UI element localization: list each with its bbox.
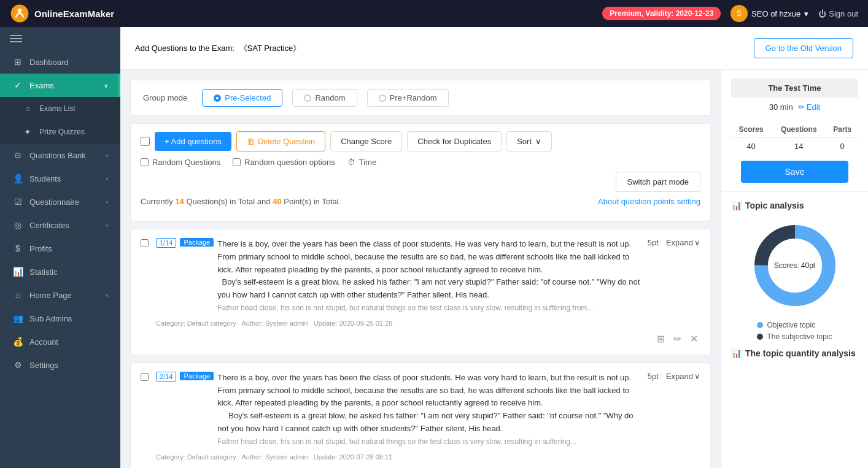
legend-item-subjective: The subjective topic [757,332,832,341]
topic-quantity-title: 📊 The topic quantity analysis [731,348,858,358]
expand-button[interactable]: Expand ∨ [666,372,700,381]
right-panel: The Test Time 30 min ✏ Edit Scores Quest… [721,70,868,468]
sign-out-button[interactable]: ⏻ Sign out [818,9,858,18]
toolbar-row2: Random Questions Random question options… [141,158,700,167]
grid-icon: ⊞ [12,57,23,67]
star-icon: ✦ [22,127,33,137]
sidebar-item-settings[interactable]: ⚙ Settings [0,353,120,377]
sidebar-toggle[interactable] [0,27,120,50]
chart-icon: 📊 [731,201,742,210]
bar-chart-icon: 📊 [731,348,742,358]
sidebar-item-profits[interactable]: $ Profits [0,237,120,260]
question-card: 2/14 Package There is a boy, over the ye… [130,363,711,468]
time-field[interactable]: ⏱ Time [347,158,376,167]
change-score-button[interactable]: Change Score [330,131,402,152]
q-checkbox[interactable] [141,372,149,468]
check-duplicates-button[interactable]: Check for Duplicates [407,131,502,152]
delete-question-button[interactable]: 🗑 Delete Question [236,131,325,152]
logo-text: OnlineExamMaker [34,9,114,19]
power-icon: ⏻ [818,9,826,18]
user-name: SEO of hzxue [751,9,800,18]
about-points-link[interactable]: About question points setting [598,197,700,206]
sidebar-item-questionnaire[interactable]: ☑ Questionnaire ‹ [0,190,120,213]
topic-quantity-section: 📊 The topic quantity analysis [721,341,868,358]
content-area: Add Questions to the Exam: 《SAT Practice… [120,27,868,468]
trash-icon: 🗑 [247,137,255,146]
test-time-value: 30 min ✏ Edit [731,98,858,117]
sidebar-item-prize-quizzes[interactable]: ✦ Prize Quizzes [0,120,120,144]
questionnaire-icon: ☑ [12,197,23,207]
sidebar-item-label: Home Page [29,291,72,300]
sort-button[interactable]: Sort ∨ [506,131,552,152]
sidebar-item-dashboard[interactable]: ⊞ Dashboard [0,50,120,74]
main-layout: ⊞ Dashboard ✓ Exams ∨ ○ Exams List ✦ Pri… [0,27,868,468]
sidebar-item-students[interactable]: 👤 Students ‹ [0,167,120,190]
q-right: 5pt Expand ∨ [648,372,700,381]
old-version-button[interactable]: Go to the Old Version [754,38,853,58]
topbar-right: Premium, Validity: 2020-12-23 S SEO of h… [602,5,858,22]
check-icon: ✓ [12,80,23,90]
questions-value: 14 [771,138,826,155]
sidebar-item-certificates[interactable]: ◎ Certificates ‹ [0,213,120,237]
sidebar-item-label: Questions Bank [29,151,86,160]
add-question-action-button[interactable]: ⊞ [654,332,667,346]
user-chevron-icon: ▾ [804,9,808,18]
delete-question-action-button[interactable]: ✕ [688,332,700,346]
sort-chevron-icon: ∨ [535,137,541,146]
mode-label: Pre+Random [390,93,437,102]
sidebar-item-label: Dashboard [29,58,69,67]
scores-col-header: Scores [731,121,771,138]
table-row: 40 14 0 [731,138,858,155]
mode-pre-random[interactable]: Pre+Random [367,89,449,107]
mode-random[interactable]: Random [292,89,357,107]
test-time-header: The Test Time [731,79,858,98]
question-select-checkbox[interactable] [141,373,149,381]
user-info[interactable]: S SEO of hzxue ▾ [730,5,808,22]
question-select-checkbox[interactable] [141,239,149,247]
random-options-label[interactable]: Random question options [233,158,335,167]
add-question-action-button[interactable]: ⊞ [654,466,667,468]
add-questions-button[interactable]: + Add questions [155,132,231,151]
q-actions: ⊞ ✏ ✕ [156,466,700,468]
mode-pre-selected[interactable]: Pre-Selected [202,89,282,107]
switch-part-button[interactable]: Switch part mode [616,172,700,192]
edit-time-link[interactable]: ✏ Edit [798,102,820,112]
q-type-badge: Package [180,238,214,247]
q-points: 5pt [648,372,659,381]
logo: OnlineExamMaker [10,4,114,23]
sidebar-item-account[interactable]: 💰 Account [0,330,120,353]
sidebar-item-label: Statistic [29,267,58,277]
q-header-left: 2/14 Package There is a boy, over the ye… [156,372,640,448]
radio-empty-icon [304,94,311,102]
toolbar-area: + Add questions 🗑 Delete Question Change… [130,123,711,221]
chevron-right-icon: ‹ [106,199,108,205]
expand-button[interactable]: Expand ∨ [666,238,700,247]
q-checkbox[interactable] [141,238,149,346]
save-button[interactable]: Save [741,161,848,183]
edit-question-button[interactable]: ✏ [671,466,684,468]
question-card: 1/14 Package There is a boy, over the ye… [130,229,711,355]
random-questions-label[interactable]: Random Questions [141,158,220,167]
settings-icon: ⚙ [12,360,23,370]
group-mode-bar: Group mode Pre-Selected Random Pre+Rando… [130,80,711,116]
chevron-right-icon: ‹ [106,152,108,159]
delete-question-action-button[interactable]: ✕ [688,466,700,468]
chevron-right-icon: ‹ [106,292,108,299]
sidebar-item-sub-admins[interactable]: 👥 Sub Admins [0,307,120,330]
random-questions-checkbox[interactable] [141,158,149,166]
select-all-checkbox[interactable] [141,137,150,146]
sidebar-item-exams[interactable]: ✓ Exams ∨ [0,74,120,97]
sidebar-item-questions-bank[interactable]: ⊙ Questions Bank ‹ [0,144,120,167]
q-body: 1/14 Package There is a boy, over the ye… [156,238,700,346]
sidebar-item-exams-list[interactable]: ○ Exams List [0,97,120,120]
chevron-down-icon: ∨ [694,238,700,247]
donut-chart: Scores: 40pt [746,217,844,315]
sidebar-item-homepage[interactable]: ⌂ Home Page ‹ [0,283,120,307]
random-options-checkbox[interactable] [233,158,241,166]
sidebar-item-statistic[interactable]: 📊 Statistic [0,260,120,283]
q-right: 5pt Expand ∨ [648,238,700,247]
sidebar-item-label: Certificates [29,221,69,230]
test-time-section: The Test Time 30 min ✏ Edit Scores Quest… [721,70,868,192]
radio-filled-icon [214,94,221,102]
edit-question-button[interactable]: ✏ [671,332,684,346]
